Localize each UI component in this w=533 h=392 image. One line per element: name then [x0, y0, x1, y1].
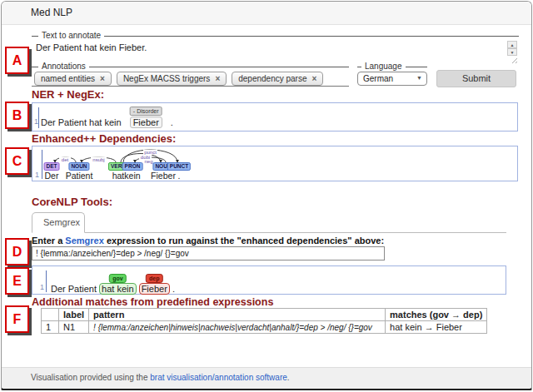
- gov-chip: gov: [109, 274, 126, 283]
- language-legend: Language: [361, 62, 406, 71]
- token-word: Patient: [66, 171, 93, 181]
- annotate-text: Der Patient hat kein Fieber.: [36, 42, 147, 52]
- sentence-divider: [38, 107, 39, 128]
- language-select[interactable]: German ▼: [357, 72, 427, 86]
- semgrex-doc-link[interactable]: Semgrex: [65, 236, 103, 246]
- row-label: N1: [59, 321, 89, 334]
- figure-label-f: F: [5, 305, 29, 333]
- pos-chip-det: DET: [44, 162, 60, 171]
- submit-button[interactable]: Submit: [436, 70, 516, 87]
- match-sentence-pre: Der Patient: [51, 284, 97, 294]
- app-footer: Visualisation provided using the brat vi…: [2, 367, 531, 389]
- app-header: Med NLP: [2, 2, 531, 25]
- annotations-legend: Annotations: [38, 62, 89, 71]
- corenlp-heading: CoreNLP Tools:: [32, 196, 112, 208]
- row-pattern: ! {lemma:/anzeichen|hinweis|nachweis|ver…: [89, 321, 386, 334]
- pos-chip-pron: PRON: [122, 162, 143, 171]
- ner-entity-word: Fieber: [133, 117, 159, 127]
- brat-software-link[interactable]: brat visualisation/annotation software: [150, 373, 287, 382]
- figure-label-b: B: [5, 102, 29, 129]
- figure-label-d: D: [5, 238, 29, 265]
- arc-label-neg: neg: [144, 159, 152, 164]
- ner-entity-span: - DisorderFieber: [130, 117, 162, 128]
- tag-negex-macss-triggers[interactable]: NegEx MACSS triggers×: [117, 72, 227, 86]
- ner-visualization: 1 Der Patient hat kein- DisorderFieber.: [32, 102, 518, 131]
- sentence-divider: [46, 270, 47, 292]
- footer-text: Visualisation provided using the: [31, 373, 150, 382]
- table-row: 1 N1 ! {lemma:/anzeichen|hinweis|nachwei…: [42, 321, 487, 334]
- language-selected-value: German: [363, 74, 393, 83]
- annotate-fieldset-line: Text to annotate: [32, 36, 519, 37]
- language-fieldset-line: Language: [357, 67, 427, 67]
- tab-bar: [32, 232, 506, 233]
- token-word: hat: [112, 171, 125, 181]
- figure-label-a: A: [5, 47, 29, 74]
- semgrex-expression-input[interactable]: [32, 246, 385, 261]
- resize-grip-icon[interactable]: [510, 56, 517, 63]
- remove-tag-icon[interactable]: ×: [215, 75, 220, 83]
- dep-span: depFieber: [139, 283, 170, 295]
- figure-label-e: E: [5, 267, 29, 295]
- disorder-entity-chip: - Disorder: [130, 107, 162, 116]
- line-number: 1: [40, 283, 44, 291]
- col-num: [42, 309, 59, 321]
- ner-sentence-post: .: [171, 117, 173, 127]
- matches-heading: Additional matches from predefined expre…: [32, 296, 273, 308]
- matches-table: label pattern matches (gov → dep) 1 N1 !…: [41, 308, 487, 334]
- ner-heading: NER + NegEx:: [32, 88, 104, 101]
- col-matches: matches (gov → dep): [386, 309, 487, 321]
- col-label: label: [59, 309, 89, 321]
- token-word: Fieber: [151, 171, 176, 181]
- page-title: Med NLP: [31, 2, 72, 24]
- dependencies-heading: Enhanced++ Dependencies:: [32, 132, 176, 145]
- annotations-fieldset-line: Annotations: [32, 67, 349, 67]
- scroll-up-icon[interactable]: ▲: [507, 41, 517, 48]
- figure-label-c: C: [5, 147, 29, 175]
- semgrex-prompt: Enter a Semgrex expression to run agains…: [32, 236, 384, 246]
- arc-label-punct: punct: [144, 150, 157, 155]
- gov-span: govhat kein: [99, 283, 137, 295]
- tag-named-entities[interactable]: named entities×: [34, 72, 112, 86]
- match-sentence-post: .: [172, 284, 175, 294]
- dep-chip: dep: [146, 274, 162, 283]
- pos-chip-noun: NOUN: [68, 162, 89, 171]
- pos-chip-punct: PUNCT: [167, 162, 191, 171]
- dependency-visualization: 1 det nsubj d: [32, 146, 518, 181]
- matches-table-header: label pattern matches (gov → dep): [42, 309, 487, 321]
- arc-label-det: det: [62, 157, 69, 162]
- token-word: kein: [124, 171, 140, 181]
- row-num: 1: [42, 321, 59, 334]
- dependency-arcs: det nsubj dobj neg punct: [42, 147, 201, 164]
- row-match: hat kein → Fieber: [386, 321, 487, 334]
- tab-semgrex[interactable]: Semgrex: [32, 212, 85, 233]
- ner-sentence-pre: Der Patient hat kein: [41, 117, 122, 127]
- scroll-down-icon[interactable]: ▼: [507, 48, 517, 56]
- remove-tag-icon[interactable]: ×: [100, 75, 105, 83]
- tag-dependency-parse[interactable]: dependency parse×: [232, 72, 323, 86]
- semgrex-match-visualization: 1 Der Patient govhat keindepFieber .: [32, 265, 506, 295]
- remove-tag-icon[interactable]: ×: [312, 75, 317, 83]
- annotations-fieldset-bottom: [32, 86, 349, 87]
- annotate-textarea[interactable]: Der Patient hat kein Fieber. ▲ ▼: [32, 39, 519, 65]
- token-word: .: [178, 171, 181, 181]
- token-word: Der: [45, 171, 59, 181]
- arc-label-nsubj: nsubj: [92, 157, 104, 162]
- annotations-tag-list: named entities× NegEx MACSS triggers× de…: [34, 72, 323, 86]
- line-number: 1: [35, 171, 39, 179]
- chevron-down-icon: ▼: [416, 75, 422, 81]
- app-window: Med NLP Text to annotate Der Patient hat…: [1, 1, 532, 390]
- col-pattern: pattern: [89, 309, 386, 321]
